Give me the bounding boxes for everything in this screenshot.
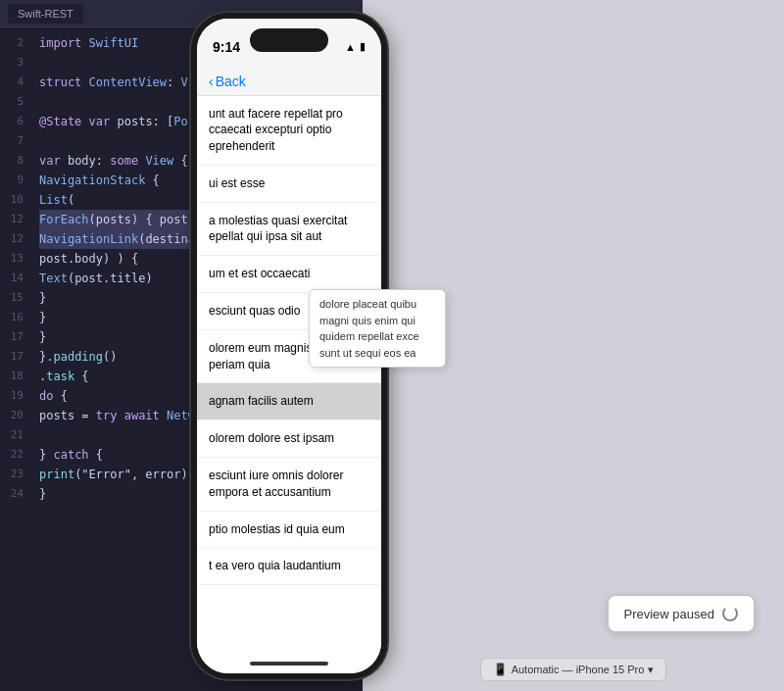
list-item[interactable]: ptio molestias id quia eum xyxy=(197,512,381,549)
list-item[interactable]: olorem dolore est ipsam xyxy=(197,420,381,458)
chevron-left-icon: ‹ xyxy=(209,74,214,89)
battery-icon: ▮ xyxy=(360,40,366,53)
tooltip-popup: dolore placeat quibumagni quis enim quiq… xyxy=(309,289,446,368)
phone-list[interactable]: unt aut facere repellat pro ccaecati exc… xyxy=(197,96,381,654)
tooltip-line: quidem repellat exce xyxy=(319,328,435,345)
list-item[interactable]: t ea vero quia laudantium xyxy=(197,548,381,585)
tooltip-line: magni quis enim qui xyxy=(319,313,435,329)
phone-home-indicator xyxy=(197,654,381,673)
list-item[interactable]: ui est esse xyxy=(197,166,381,203)
list-item[interactable]: esciunt iure omnis dolorer empora et acc… xyxy=(197,458,381,512)
phone-status-bar: 9:14 ▲ ▮ xyxy=(197,19,381,68)
chevron-down-icon: ▾ xyxy=(648,664,654,676)
phone-notch xyxy=(250,28,328,52)
preview-panel: API 9:14 ▲ ▮ ‹ Back unt aut facere rep xyxy=(363,0,784,691)
back-button[interactable]: ‹ Back xyxy=(209,74,246,89)
list-item[interactable]: a molestias quasi exercitat epellat qui … xyxy=(197,203,381,257)
tooltip-line: sunt ut sequi eos ea xyxy=(319,345,435,362)
device-label: Automatic — iPhone 15 Pro xyxy=(512,664,645,675)
refresh-icon[interactable] xyxy=(722,606,738,621)
preview-paused-label: Preview paused xyxy=(624,607,715,621)
wifi-icon: ▲ xyxy=(345,41,356,53)
phone-time: 9:14 xyxy=(213,39,240,55)
list-item[interactable]: unt aut facere repellat pro ccaecati exc… xyxy=(197,96,381,166)
phone-wrapper: 9:14 ▲ ▮ ‹ Back unt aut facere repellat … xyxy=(181,0,397,691)
device-icon: 📱 xyxy=(493,663,508,676)
list-item[interactable]: um et est occaecati xyxy=(197,256,381,293)
editor-tab[interactable]: Swift-REST xyxy=(8,4,83,24)
phone-nav: ‹ Back xyxy=(197,68,381,96)
back-label: Back xyxy=(216,74,246,89)
home-bar xyxy=(250,662,328,666)
device-selector[interactable]: 📱 Automatic — iPhone 15 Pro ▾ xyxy=(480,658,667,681)
tooltip-line: dolore placeat quibu xyxy=(319,296,435,313)
list-item[interactable]: agnam facilis autem xyxy=(197,383,381,420)
line-numbers: 2345678910121213141516171718192021222324 xyxy=(0,27,31,691)
preview-paused-box[interactable]: Preview paused xyxy=(608,595,756,632)
phone-status-icons: ▲ ▮ xyxy=(345,40,366,53)
